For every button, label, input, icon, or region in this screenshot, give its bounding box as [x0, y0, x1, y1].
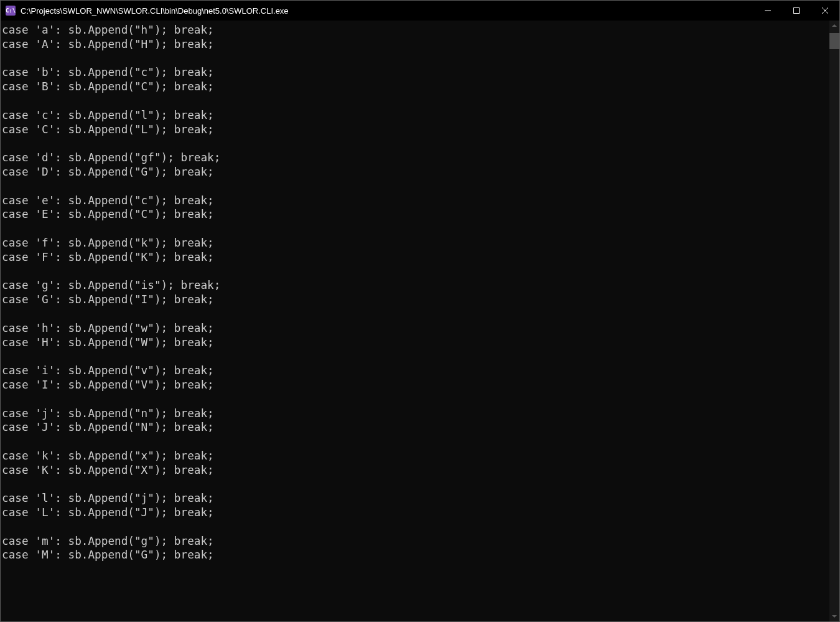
scroll-up-arrow[interactable] — [829, 21, 839, 31]
maximize-icon — [793, 7, 800, 14]
app-icon: C:\ — [6, 6, 16, 16]
scrollbar-vertical[interactable] — [829, 21, 839, 621]
chevron-down-icon — [832, 615, 837, 618]
minimize-icon — [765, 7, 771, 14]
console-body: case 'a': sb.Append("h"); break; case 'A… — [1, 21, 839, 621]
scroll-down-arrow[interactable] — [829, 611, 839, 621]
minimize-button[interactable] — [754, 1, 782, 21]
close-icon — [822, 7, 828, 14]
scroll-thumb[interactable] — [829, 33, 839, 49]
svg-marker-4 — [832, 24, 837, 27]
console-output[interactable]: case 'a': sb.Append("h"); break; case 'A… — [1, 21, 829, 621]
svg-rect-1 — [794, 8, 800, 14]
svg-marker-5 — [832, 615, 837, 618]
window-controls — [754, 1, 839, 21]
close-button[interactable] — [811, 1, 839, 21]
titlebar-left: C:\ C:\Projects\SWLOR_NWN\SWLOR.CLI\bin\… — [6, 6, 289, 16]
chevron-up-icon — [832, 24, 837, 27]
window-title: C:\Projects\SWLOR_NWN\SWLOR.CLI\bin\Debu… — [21, 6, 289, 16]
maximize-button[interactable] — [782, 1, 811, 21]
console-window: C:\ C:\Projects\SWLOR_NWN\SWLOR.CLI\bin\… — [0, 0, 840, 622]
titlebar[interactable]: C:\ C:\Projects\SWLOR_NWN\SWLOR.CLI\bin\… — [1, 1, 839, 21]
